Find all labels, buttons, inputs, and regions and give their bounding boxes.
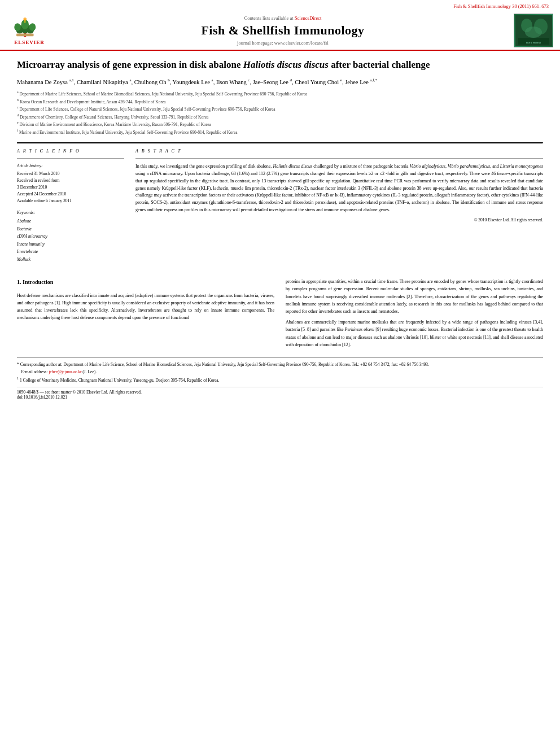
email-link: jehee@jejunu.ac.kr <box>49 369 81 374</box>
divider-abstract <box>135 158 543 159</box>
elsevier-tree-icon <box>12 16 43 38</box>
abstract-label: A B S T R A C T <box>135 148 543 154</box>
article-title: Microarray analysis of gene expression i… <box>17 59 543 72</box>
page: Fish & Shellfish Immunology 30 (2011) 66… <box>0 0 560 747</box>
journal-homepage: journal homepage: www.elsevier.com/locat… <box>52 40 514 46</box>
intro-para2: proteins in appropriate quantities, with… <box>286 278 543 315</box>
keywords-label: Keywords: <box>17 210 124 215</box>
article-history-section: Article history: Received 31 March 2010 … <box>17 163 124 204</box>
keywords-list: Abalone Bacteria cDNA microarray Innate … <box>17 217 124 263</box>
footnote-1: 1 1 College of Veterinary Medicine, Chun… <box>17 375 543 384</box>
journal-thumbnail: Fish & Shellfish <box>514 14 553 47</box>
body-col-right: proteins in appropriate quantities, with… <box>286 278 543 352</box>
body-content: 1. Introduction Host defense mechanisms … <box>17 278 543 399</box>
body-two-col: 1. Introduction Host defense mechanisms … <box>17 278 543 352</box>
received-date: Received 31 March 2010 <box>17 171 124 177</box>
sciencedirect-name: ScienceDirect <box>295 15 322 21</box>
issn-line: 1050-4648/$ — see front matter © 2010 El… <box>17 390 543 395</box>
article-info-label: A R T I C L E I N F O <box>17 148 124 154</box>
footnote-email: E-mail address: jehee@jejunu.ac.kr (J. L… <box>17 369 543 376</box>
affiliations: a Department of Marine Life Sciences, Sc… <box>17 90 543 136</box>
svg-point-8 <box>23 18 27 21</box>
article-info-col: A R T I C L E I N F O Article history: R… <box>17 148 124 269</box>
journal-title: Fish & Shellfish Immunology <box>52 23 514 38</box>
abstract-col: A B S T R A C T In this study, we invest… <box>135 148 543 269</box>
doi-line: 1050-4648/$ — see front matter © 2010 El… <box>17 387 543 400</box>
copyright: © 2010 Elsevier Ltd. All rights reserved… <box>135 217 543 222</box>
svg-point-6 <box>29 23 36 30</box>
main-content: Microarray analysis of gene expression i… <box>0 51 560 411</box>
elsevier-logo-img <box>12 16 46 38</box>
doi-text: doi:10.1016/j.fsi.2010.12.021 <box>17 395 543 400</box>
intro-heading: 1. Introduction <box>17 278 274 287</box>
authors-line: Mahanama De Zoysa a,1, Chamilani Nikapit… <box>17 77 543 86</box>
revised-date: 3 December 2010 <box>17 184 124 191</box>
body-col-left: 1. Introduction Host defense mechanisms … <box>17 278 274 352</box>
abstract-text: In this study, we investigated the gene … <box>135 163 543 214</box>
revised-label: Received in revised form <box>17 177 124 184</box>
footnote-corresponding: * Corresponding author at: Department of… <box>17 361 543 369</box>
svg-text:Fish & Shellfish: Fish & Shellfish <box>526 41 540 44</box>
divider-info <box>17 158 124 159</box>
sciencedirect-link: Contents lists available at ScienceDirec… <box>52 15 514 21</box>
intro-para1: Host defense mechanisms are classified i… <box>17 292 274 322</box>
journal-center: Contents lists available at ScienceDirec… <box>52 15 514 46</box>
svg-point-14 <box>525 27 542 38</box>
history-label: Article history: <box>17 163 124 168</box>
journal-top-bar: Fish & Shellfish Immunology 30 (2011) 66… <box>0 3 560 9</box>
accepted-date: Accepted 24 December 2010 <box>17 191 124 198</box>
title-part1: Microarray analysis of gene expression i… <box>17 59 243 70</box>
divider-thick <box>17 142 543 144</box>
journal-header: Fish & Shellfish Immunology 30 (2011) 66… <box>0 0 560 51</box>
online-date: Available online 6 January 2011 <box>17 198 124 204</box>
thumbnail-image: Fish & Shellfish <box>515 15 552 46</box>
journal-citation: Fish & Shellfish Immunology 30 (2011) 66… <box>453 3 549 9</box>
elsevier-logo: ELSEVIER <box>7 14 52 47</box>
intro-para3: Abalones are commercially important mari… <box>286 318 543 348</box>
footnotes: * Corresponding author at: Department of… <box>17 357 543 385</box>
journal-header-inner: ELSEVIER Contents lists available at Sci… <box>0 11 560 50</box>
title-part2: after bacterial challenge <box>329 59 430 70</box>
elsevier-label: ELSEVIER <box>14 40 45 45</box>
title-italic: Haliotis discus discus <box>243 59 329 70</box>
keywords-section: Keywords: Abalone Bacteria cDNA microarr… <box>17 210 124 263</box>
article-info-abstract: A R T I C L E I N F O Article history: R… <box>17 148 543 269</box>
svg-point-5 <box>14 23 20 30</box>
